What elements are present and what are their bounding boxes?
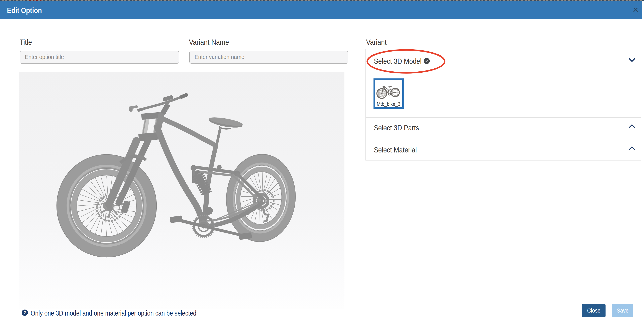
svg-text:?: ? bbox=[24, 310, 26, 315]
